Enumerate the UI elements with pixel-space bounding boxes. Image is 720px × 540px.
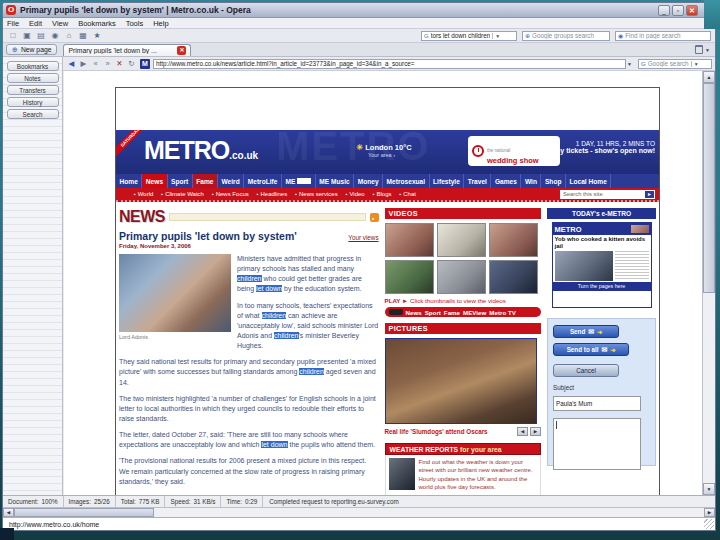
- back-icon[interactable]: ◀: [66, 59, 77, 68]
- next-arrow-icon[interactable]: ▶: [530, 427, 541, 436]
- prev-arrow-icon[interactable]: ◀: [517, 427, 528, 436]
- nav-item[interactable]: Local Home: [566, 174, 611, 188]
- panel-button[interactable]: Bookmarks: [7, 61, 59, 71]
- subnav-item[interactable]: News Focus: [212, 191, 249, 197]
- menu-item[interactable]: Help: [153, 19, 168, 28]
- new-page-button[interactable]: ⊕ New page: [6, 44, 57, 55]
- pictures-caption[interactable]: Real life 'Slumdogs' attend Oscars: [385, 428, 488, 435]
- scrollbar-thumb[interactable]: [14, 508, 154, 517]
- chevron-down-icon[interactable]: ▼: [492, 33, 500, 39]
- nav-item[interactable]: ME: [282, 174, 316, 188]
- rewind-icon[interactable]: «: [90, 59, 101, 68]
- video-thumbnail[interactable]: [437, 260, 486, 294]
- video-tab[interactable]: News: [406, 309, 422, 316]
- resize-grip[interactable]: [704, 519, 714, 529]
- turn-pages-button[interactable]: Turn the pages here: [553, 282, 651, 291]
- find-in-page-field[interactable]: ◉ Find in page search: [615, 31, 711, 41]
- pictures-photo[interactable]: [385, 338, 537, 424]
- images-toggle-icon[interactable]: ▦: [77, 30, 89, 41]
- video-tab[interactable]: Fame: [444, 309, 460, 316]
- nav-item[interactable]: Games: [491, 174, 521, 188]
- menu-item[interactable]: Edit: [29, 19, 42, 28]
- fast-forward-icon[interactable]: »: [102, 59, 113, 68]
- cancel-button[interactable]: Cancel: [553, 364, 619, 377]
- subnav-item[interactable]: News services: [295, 191, 337, 197]
- subnav-item[interactable]: Climate Watch: [161, 191, 204, 197]
- panel-button[interactable]: Search: [7, 109, 59, 119]
- stop-icon[interactable]: ✕: [114, 59, 125, 68]
- nav-item[interactable]: ME Music: [316, 174, 354, 188]
- subnav-item[interactable]: Headlines: [257, 191, 287, 197]
- horizontal-scrollbar[interactable]: ◀ ▶: [3, 507, 715, 517]
- nav-item[interactable]: Lifestyle: [430, 174, 465, 188]
- nav-item[interactable]: Shop: [541, 174, 565, 188]
- panel-button[interactable]: History: [7, 97, 59, 107]
- subnav-item[interactable]: Chat: [399, 191, 415, 197]
- video-thumbnail[interactable]: [437, 223, 486, 257]
- message-textarea[interactable]: [553, 418, 641, 470]
- emetro-frontpage[interactable]: METRO Yob who cooked a kitten avoids jai…: [552, 222, 652, 308]
- chevron-down-icon[interactable]: ▼: [627, 61, 632, 67]
- video-thumbnail[interactable]: [385, 223, 434, 257]
- subnav-item[interactable]: Video: [346, 191, 365, 197]
- nav-item[interactable]: Weird: [218, 174, 244, 188]
- menu-item[interactable]: Bookmarks: [78, 19, 116, 28]
- scrollbar-thumb[interactable]: [703, 83, 715, 293]
- find-icon[interactable]: ◉: [49, 30, 61, 41]
- home-icon[interactable]: ⌂: [63, 30, 75, 41]
- video-thumbnail[interactable]: [385, 260, 434, 294]
- scroll-left-icon[interactable]: ◀: [3, 508, 14, 517]
- video-tab[interactable]: Metro TV: [489, 309, 515, 316]
- reload-icon[interactable]: ↻: [126, 59, 137, 68]
- menu-item[interactable]: Tools: [126, 19, 144, 28]
- scroll-up-icon[interactable]: ▲: [703, 71, 715, 83]
- nav-item[interactable]: Travel: [464, 174, 491, 188]
- tab-active[interactable]: Primary pupils 'let down by ... ✕: [63, 44, 191, 56]
- closed-tabs-button[interactable]: ▼: [695, 45, 710, 54]
- save-icon[interactable]: ▣: [21, 30, 33, 41]
- video-thumbnail[interactable]: [489, 223, 538, 257]
- subnav-item[interactable]: World: [134, 191, 153, 197]
- vertical-scrollbar[interactable]: ▲ ▼: [702, 71, 715, 495]
- nav-item[interactable]: Metrosexual: [383, 174, 429, 188]
- nav-item[interactable]: MetroLife: [244, 174, 282, 188]
- new-page-icon[interactable]: □: [7, 30, 19, 41]
- weather-reports[interactable]: Find out what the weather is down your s…: [385, 455, 542, 495]
- nav-item[interactable]: Money: [354, 174, 383, 188]
- scroll-right-icon[interactable]: ▶: [704, 508, 715, 517]
- minimize-button[interactable]: _: [658, 5, 670, 16]
- groups-search-field[interactable]: ⊕ Google groups search: [522, 31, 610, 41]
- your-views-link[interactable]: Your views: [348, 234, 378, 241]
- weather-your-area-link[interactable]: Your area ›: [368, 152, 412, 158]
- print-icon[interactable]: ▤: [35, 30, 47, 41]
- restore-button[interactable]: ▫: [672, 5, 684, 16]
- panel-button[interactable]: Transfers: [7, 85, 59, 95]
- rss-icon[interactable]: [370, 213, 379, 222]
- nav-item[interactable]: Sport: [168, 174, 193, 188]
- panel-button[interactable]: Notes: [7, 73, 59, 83]
- site-search-go-button[interactable]: ►: [644, 190, 655, 199]
- nav-item[interactable]: Win: [521, 174, 541, 188]
- chevron-down-icon[interactable]: ▼: [691, 61, 699, 67]
- metro-logo[interactable]: METRO.co.uk: [144, 136, 258, 165]
- weather-widget[interactable]: ☀ London 10°C Your area ›: [356, 143, 412, 158]
- close-button[interactable]: ✕: [686, 5, 698, 16]
- scroll-down-icon[interactable]: ▼: [703, 483, 715, 495]
- nav-item[interactable]: Home: [116, 174, 142, 188]
- subnav-item[interactable]: Blogs: [373, 191, 392, 197]
- google-search-field[interactable]: G Google search ▼: [638, 59, 712, 69]
- site-search-input[interactable]: [560, 190, 644, 199]
- window-titlebar[interactable]: O Primary pupils 'let down by system' | …: [3, 3, 715, 18]
- subject-input[interactable]: [553, 396, 641, 411]
- wedding-show-ad[interactable]: the national wedding show: [468, 136, 560, 166]
- menu-item[interactable]: File: [7, 19, 19, 28]
- send-to-all-button[interactable]: Send to all ✉ ➔: [553, 343, 629, 356]
- video-tab[interactable]: MEView: [463, 309, 486, 316]
- url-field[interactable]: http://www.metro.co.uk/news/article.html…: [153, 59, 626, 69]
- video-tab[interactable]: Sport: [425, 309, 441, 316]
- send-button[interactable]: Send ✉ ➔: [553, 325, 619, 338]
- forward-icon[interactable]: ▶: [78, 59, 89, 68]
- nav-item[interactable]: Fame: [193, 174, 218, 188]
- menu-item[interactable]: View: [52, 19, 68, 28]
- appearance-icon[interactable]: ★: [91, 30, 103, 41]
